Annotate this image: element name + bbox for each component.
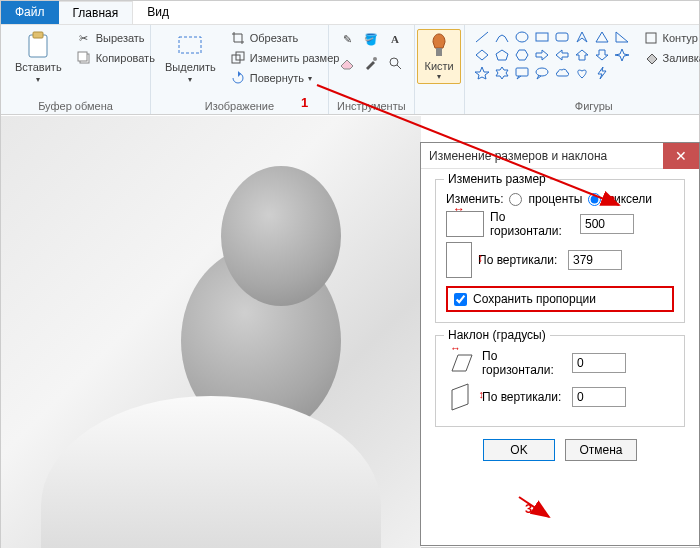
height-input[interactable] <box>568 250 622 270</box>
skew-h-input[interactable] <box>572 353 626 373</box>
crop-icon <box>230 30 246 46</box>
shape-line-icon[interactable] <box>473 29 491 45</box>
tab-file[interactable]: Файл <box>1 1 59 24</box>
shape-polygon-icon[interactable] <box>573 29 591 45</box>
keep-aspect-highlight: Сохранить пропорции <box>446 286 674 312</box>
select-button[interactable]: Выделить ▾ <box>159 29 222 86</box>
dropdown-arrow-icon: ▾ <box>188 75 192 84</box>
rotate-button[interactable]: Повернуть ▾ <box>228 69 342 87</box>
shape-callout-rect-icon[interactable] <box>513 65 531 81</box>
clipboard-icon <box>24 31 52 59</box>
vertical-icon: ↕ <box>446 242 472 278</box>
svg-rect-3 <box>78 52 87 61</box>
width-input[interactable] <box>580 214 634 234</box>
shape-star5-icon[interactable] <box>473 65 491 81</box>
ok-button[interactable]: OK <box>483 439 555 461</box>
rotate-icon <box>230 70 246 86</box>
skew-v-icon: ↕ <box>446 382 476 412</box>
svg-point-7 <box>373 57 377 61</box>
svg-point-12 <box>516 32 528 42</box>
skew-h-label: По горизонтали: <box>482 349 566 377</box>
eraser-tool[interactable] <box>337 53 357 73</box>
pencil-tool[interactable]: ✎ <box>337 29 357 49</box>
shape-fill-button[interactable]: Заливка▾ <box>641 49 700 67</box>
text-tool[interactable]: A <box>385 29 405 49</box>
keep-aspect-label[interactable]: Сохранить пропорции <box>473 292 596 306</box>
canvas-area[interactable] <box>1 116 421 548</box>
svg-marker-19 <box>496 50 508 60</box>
shape-diamond-icon[interactable] <box>473 47 491 63</box>
copy-icon <box>76 50 92 66</box>
dialog-close-button[interactable]: ✕ <box>663 143 699 169</box>
svg-marker-29 <box>452 384 468 410</box>
group-title-clipboard: Буфер обмена <box>9 98 142 112</box>
horizontal-label: По горизонтали: <box>490 210 574 238</box>
shapes-gallery[interactable] <box>473 29 631 81</box>
shape-triangle-icon[interactable] <box>593 29 611 45</box>
shape-roundrect-icon[interactable] <box>553 29 571 45</box>
shape-arrow-l-icon[interactable] <box>553 47 571 63</box>
dropdown-arrow-icon: ▾ <box>308 74 312 83</box>
shape-hexagon-icon[interactable] <box>513 47 531 63</box>
radio-pixels[interactable] <box>588 193 601 206</box>
svg-rect-1 <box>33 32 43 38</box>
skew-v-label: По вертикали: <box>482 390 566 404</box>
shape-rect-icon[interactable] <box>533 29 551 45</box>
fill-icon <box>643 50 659 66</box>
shape-oval-icon[interactable] <box>513 29 531 45</box>
svg-marker-28 <box>452 355 472 371</box>
shape-callout-oval-icon[interactable] <box>533 65 551 81</box>
shape-curve-icon[interactable] <box>493 29 511 45</box>
cancel-button[interactable]: Отмена <box>565 439 637 461</box>
paste-button[interactable]: Вставить ▾ <box>9 29 68 86</box>
svg-marker-18 <box>476 50 488 60</box>
annotation-2: 2 <box>608 193 615 208</box>
svg-marker-15 <box>577 32 587 42</box>
svg-marker-26 <box>598 67 606 79</box>
brushes-button[interactable]: Кисти ▾ <box>417 29 460 84</box>
crop-button[interactable]: Обрезать <box>228 29 342 47</box>
tabs-bar: Файл Главная Вид <box>1 1 699 25</box>
shape-arrow-d-icon[interactable] <box>593 47 611 63</box>
scissors-icon: ✂ <box>76 30 92 46</box>
shape-star4-icon[interactable] <box>613 47 631 63</box>
ribbon: Вставить ▾ ✂ Вырезать Копировать <box>1 25 699 115</box>
copy-button[interactable]: Копировать <box>74 49 157 67</box>
shape-pentagon-icon[interactable] <box>493 47 511 63</box>
shape-outline-button[interactable]: Контур▾ <box>641 29 700 47</box>
picker-tool[interactable] <box>361 53 381 73</box>
paste-label: Вставить <box>15 61 62 73</box>
group-title-shapes: Фигуры <box>473 98 700 112</box>
svg-rect-13 <box>536 33 548 41</box>
keep-aspect-checkbox[interactable] <box>454 293 467 306</box>
svg-rect-14 <box>556 33 568 41</box>
select-icon <box>176 31 204 59</box>
shape-lightning-icon[interactable] <box>593 65 611 81</box>
svg-rect-4 <box>179 37 201 53</box>
shape-arrow-u-icon[interactable] <box>573 47 591 63</box>
radio-percent[interactable] <box>509 193 522 206</box>
svg-marker-21 <box>615 49 629 61</box>
svg-marker-22 <box>475 67 489 79</box>
vertical-label: По вертикали: <box>478 253 562 267</box>
close-icon: ✕ <box>675 148 687 164</box>
tab-view[interactable]: Вид <box>133 1 183 24</box>
shape-rtriangle-icon[interactable] <box>613 29 631 45</box>
tab-home[interactable]: Главная <box>59 1 134 24</box>
shape-arrow-r-icon[interactable] <box>533 47 551 63</box>
shape-star6-icon[interactable] <box>493 65 511 81</box>
shape-callout-cloud-icon[interactable] <box>553 65 571 81</box>
radio-percent-label[interactable]: проценты <box>528 192 582 206</box>
cut-button[interactable]: ✂ Вырезать <box>74 29 157 47</box>
dropdown-arrow-icon: ▾ <box>437 72 441 81</box>
magnifier-tool[interactable] <box>385 53 405 73</box>
shape-heart-icon[interactable] <box>573 65 591 81</box>
svg-point-8 <box>390 58 398 66</box>
skew-v-input[interactable] <box>572 387 626 407</box>
group-title-tools: Инструменты <box>337 98 406 112</box>
resize-button[interactable]: Изменить размер <box>228 49 342 67</box>
svg-line-11 <box>476 32 488 42</box>
resize-legend: Изменить размер <box>444 172 550 186</box>
fill-tool[interactable]: 🪣 <box>361 29 381 49</box>
brush-icon <box>427 32 451 60</box>
